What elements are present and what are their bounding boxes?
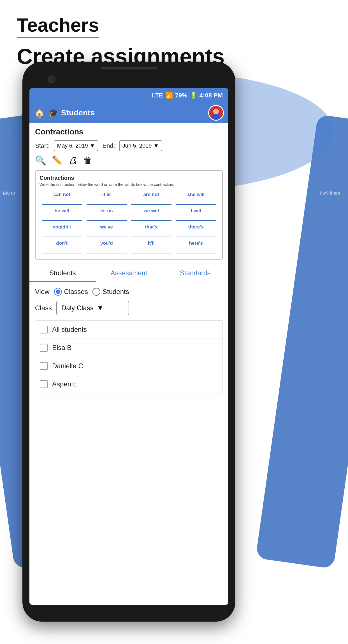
tabs-bar: Students Assessment Standards bbox=[29, 264, 228, 282]
word-cell: couldn't bbox=[40, 223, 84, 239]
word-cell: let us bbox=[84, 206, 129, 223]
radio-classes[interactable]: Classes bbox=[54, 288, 88, 296]
start-date-picker[interactable]: May 6, 2019 ▼ bbox=[54, 140, 99, 151]
end-label: End: bbox=[102, 142, 115, 150]
radio-students-label: Students bbox=[103, 288, 129, 296]
radio-classes-label: Classes bbox=[64, 288, 88, 296]
bg-decoration-right bbox=[256, 114, 348, 569]
side-text-left: My ur bbox=[3, 190, 22, 197]
assignment-section: Contractions Start: May 6, 2019 ▼ End: J… bbox=[29, 123, 228, 264]
status-icons: LTE 📶 79% 🔋 4:08 PM bbox=[152, 92, 223, 99]
word-cell: here's bbox=[174, 239, 219, 255]
word-cell: are not bbox=[129, 190, 174, 206]
side-text-right: I will there bbox=[320, 190, 345, 196]
checkbox-2[interactable] bbox=[40, 380, 48, 388]
radio-students[interactable]: Students bbox=[92, 288, 129, 296]
word-cell: I will bbox=[174, 206, 219, 223]
graduation-icon: 🎓 bbox=[48, 108, 58, 118]
phone-notch bbox=[101, 67, 157, 69]
start-label: Start: bbox=[35, 142, 50, 150]
class-value: Daly Class bbox=[61, 304, 94, 312]
tab-assessment[interactable]: Assessment bbox=[96, 264, 162, 282]
tab-students[interactable]: Students bbox=[29, 264, 96, 282]
signal-icon: LTE bbox=[152, 92, 163, 99]
tab-standards[interactable]: Standards bbox=[162, 264, 228, 282]
edit-icon[interactable]: ✏️ bbox=[52, 155, 63, 166]
class-chevron-icon: ▼ bbox=[97, 304, 104, 312]
word-cell: we've bbox=[84, 223, 129, 239]
view-label: View bbox=[35, 288, 50, 296]
words-grid: can not it is are not she will bbox=[40, 190, 218, 255]
start-date-value: May 6, 2019 bbox=[57, 143, 88, 149]
toolbar: 🔍 ✏️ 🖨 🗑 bbox=[35, 155, 223, 166]
preview-title: Contractions bbox=[40, 175, 218, 181]
svg-point-4 bbox=[217, 110, 219, 112]
date-row: Start: May 6, 2019 ▼ End: Jun 5, 2019 ▼ bbox=[35, 140, 223, 151]
app-title: Students bbox=[61, 108, 95, 117]
students-section: View Classes Students Class bbox=[29, 282, 228, 393]
start-date-chevron: ▼ bbox=[90, 143, 95, 149]
word-cell: you'd bbox=[84, 239, 129, 255]
class-dropdown[interactable]: Daly Class ▼ bbox=[56, 301, 129, 315]
signal-bars: 📶 bbox=[165, 92, 173, 99]
radio-classes-btn[interactable] bbox=[54, 288, 62, 296]
student-name-2: Aspen E bbox=[52, 380, 78, 388]
student-item-2[interactable]: Aspen E bbox=[35, 375, 222, 393]
status-bar: LTE 📶 79% 🔋 4:08 PM bbox=[29, 88, 228, 103]
radio-classes-inner bbox=[56, 290, 60, 294]
svg-point-3 bbox=[213, 110, 215, 112]
preview-subtitle: Write the contraction below the word or … bbox=[40, 182, 218, 187]
radio-students-btn[interactable] bbox=[92, 288, 100, 296]
app-title-area: 🎓 Students bbox=[48, 108, 205, 118]
word-cell: it'll bbox=[129, 239, 174, 255]
end-date-chevron: ▼ bbox=[153, 143, 159, 149]
checkbox-all[interactable] bbox=[40, 326, 48, 333]
battery-level: 79% bbox=[175, 92, 187, 99]
student-name-1: Danielle C bbox=[52, 362, 83, 370]
svg-point-2 bbox=[212, 114, 221, 119]
student-item-1[interactable]: Danielle C bbox=[35, 357, 222, 375]
word-cell: we will bbox=[129, 206, 174, 223]
print-icon[interactable]: 🖨 bbox=[69, 155, 78, 166]
word-cell: can not bbox=[40, 190, 84, 206]
word-cell: don't bbox=[40, 239, 84, 255]
end-date-picker[interactable]: Jun 5, 2019 ▼ bbox=[119, 140, 162, 151]
student-name-0: Elsa B bbox=[52, 344, 71, 352]
word-cell: that's bbox=[129, 223, 174, 239]
word-cell: there's bbox=[174, 223, 219, 239]
app-header: 🏠 🎓 Students bbox=[29, 103, 228, 123]
teachers-label: Teachers bbox=[17, 14, 99, 38]
student-item-all[interactable]: All students bbox=[35, 321, 222, 339]
student-item-0[interactable]: Elsa B bbox=[35, 339, 222, 357]
checkbox-0[interactable] bbox=[40, 344, 48, 352]
phone-screen: LTE 📶 79% 🔋 4:08 PM 🏠 🎓 Students bbox=[29, 88, 228, 605]
phone-frame: LTE 📶 79% 🔋 4:08 PM 🏠 🎓 Students bbox=[22, 62, 235, 622]
battery-icon: 🔋 bbox=[190, 92, 197, 99]
avatar[interactable] bbox=[208, 105, 224, 121]
class-label: Class bbox=[35, 304, 52, 312]
student-name-all: All students bbox=[52, 326, 87, 333]
word-cell: he will bbox=[40, 206, 84, 223]
page-header: Teachers Create assignments bbox=[17, 14, 224, 69]
phone-camera bbox=[48, 76, 55, 83]
end-date-value: Jun 5, 2019 bbox=[122, 143, 152, 149]
view-row: View Classes Students bbox=[35, 288, 223, 296]
checkbox-1[interactable] bbox=[40, 362, 48, 370]
search-icon[interactable]: 🔍 bbox=[35, 155, 46, 166]
class-row: Class Daly Class ▼ bbox=[35, 301, 223, 315]
word-cell: she will bbox=[174, 190, 219, 206]
student-list: All students Elsa B Danielle C Aspen E bbox=[35, 320, 223, 393]
delete-icon[interactable]: 🗑 bbox=[83, 155, 92, 166]
word-cell: it is bbox=[84, 190, 129, 206]
assignment-title: Contractions bbox=[35, 127, 223, 136]
home-icon[interactable]: 🏠 bbox=[34, 108, 45, 118]
clock: 4:08 PM bbox=[199, 92, 223, 99]
assignment-preview: Contractions Write the contraction below… bbox=[35, 170, 223, 260]
